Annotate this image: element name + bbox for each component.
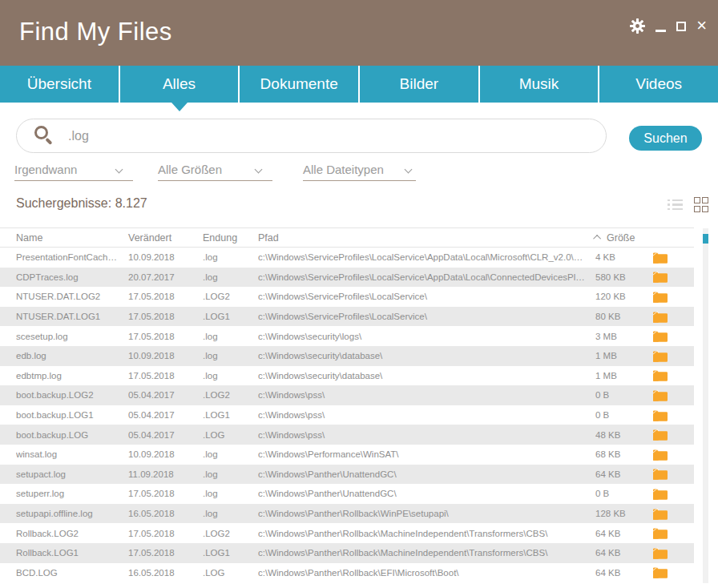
cell-modified: 17.05.2018 bbox=[128, 548, 203, 558]
cell-folder bbox=[653, 429, 685, 441]
column-header-endung[interactable]: Endung bbox=[203, 232, 258, 244]
open-folder-icon[interactable] bbox=[653, 252, 668, 264]
cell-name: winsat.log bbox=[16, 449, 128, 459]
open-folder-icon[interactable] bbox=[653, 468, 668, 480]
table-row[interactable]: edbtmp.log 17.05.2018 .log c:\Windows\se… bbox=[0, 366, 694, 386]
cell-name: boot.backup.LOG1 bbox=[16, 410, 128, 420]
table-row[interactable]: setupact.log 11.09.2018 .log c:\Windows\… bbox=[0, 465, 694, 485]
chevron-down-icon bbox=[405, 166, 413, 174]
cell-modified: 17.05.2018 bbox=[128, 332, 203, 341]
cell-modified: 10.09.2018 bbox=[128, 449, 203, 459]
table-row[interactable]: PresentationFontCache.exe.log 10.09.2018… bbox=[0, 248, 694, 268]
filter-dropdown-size[interactable]: Alle Größen bbox=[158, 162, 272, 181]
vertical-scrollbar-track[interactable] bbox=[703, 228, 708, 583]
list-view-icon[interactable] bbox=[668, 199, 683, 211]
open-folder-icon[interactable] bbox=[653, 311, 668, 323]
cell-name: setupapi.offline.log bbox=[16, 509, 128, 518]
settings-gear-icon[interactable] bbox=[630, 18, 645, 34]
filter-dropdown-time[interactable]: Irgendwann bbox=[14, 162, 133, 181]
open-folder-icon[interactable] bbox=[653, 429, 668, 441]
open-folder-icon[interactable] bbox=[653, 527, 668, 539]
chevron-down-icon bbox=[255, 166, 263, 174]
filter-label: Alle Größen bbox=[158, 163, 222, 176]
table-row[interactable]: BCD.LOG 16.05.2018 .LOG c:\Windows\Panth… bbox=[0, 563, 694, 583]
filter-dropdown-filetype[interactable]: Alle Dateitypen bbox=[303, 162, 416, 181]
table-row[interactable]: boot.backup.LOG1 05.04.2017 .LOG1 c:\Win… bbox=[0, 405, 694, 425]
column-header-name[interactable]: Name bbox=[16, 232, 128, 244]
cell-pfad: c:\Windows\Panther\Rollback\MachineIndep… bbox=[258, 548, 595, 558]
open-folder-icon[interactable] bbox=[653, 330, 668, 342]
cell-pfad: c:\Windows\Panther\Rollback\EFI\Microsof… bbox=[258, 568, 595, 578]
tab-bilder[interactable]: Bilder bbox=[358, 66, 478, 103]
cell-folder bbox=[653, 488, 685, 500]
table-row[interactable]: boot.backup.LOG 05.04.2017 .LOG c:\Windo… bbox=[0, 425, 694, 445]
close-button[interactable]: × bbox=[696, 18, 707, 34]
cell-endung: .log bbox=[203, 489, 258, 498]
table-row[interactable]: Rollback.LOG2 17.05.2018 .LOG2 c:\Window… bbox=[0, 523, 694, 543]
open-folder-icon[interactable] bbox=[653, 409, 668, 421]
vertical-scrollbar-thumb[interactable] bbox=[703, 234, 708, 244]
open-folder-icon[interactable] bbox=[653, 449, 668, 461]
cell-groesse: 64 KB bbox=[595, 529, 653, 538]
table-row[interactable]: edb.log 10.09.2018 .log c:\Windows\secur… bbox=[0, 346, 694, 366]
open-folder-icon[interactable] bbox=[653, 508, 668, 520]
open-folder-icon[interactable] bbox=[653, 369, 668, 381]
cell-endung: .LOG bbox=[203, 430, 258, 440]
tab-uebersicht[interactable]: Übersicht bbox=[0, 66, 119, 103]
table-row[interactable]: setuperr.log 17.05.2018 .log c:\Windows\… bbox=[0, 484, 694, 504]
tab-label: Videos bbox=[635, 75, 682, 93]
cell-folder bbox=[653, 271, 685, 283]
cell-folder bbox=[653, 468, 685, 480]
column-header-pfad[interactable]: Pfad bbox=[258, 232, 595, 244]
cell-pfad: c:\Windows\pss\ bbox=[258, 430, 595, 440]
cell-name: PresentationFontCache.exe.log bbox=[16, 252, 128, 262]
cell-name: Rollback.LOG1 bbox=[16, 548, 128, 558]
table-row[interactable]: NTUSER.DAT.LOG2 17.05.2018 .LOG2 c:\Wind… bbox=[0, 287, 694, 307]
cell-folder bbox=[653, 350, 685, 362]
cell-endung: .log bbox=[203, 509, 258, 518]
tab-alles[interactable]: Alles bbox=[119, 66, 239, 103]
table-row[interactable]: Rollback.LOG1 17.05.2018 .LOG1 c:\Window… bbox=[0, 543, 694, 563]
cell-folder bbox=[653, 330, 685, 342]
open-folder-icon[interactable] bbox=[653, 566, 668, 578]
search-input[interactable] bbox=[68, 129, 593, 143]
cell-pfad: c:\Windows\Panther\UnattendGC\ bbox=[258, 489, 595, 498]
cell-name: Rollback.LOG2 bbox=[16, 529, 128, 538]
search-button[interactable]: Suchen bbox=[629, 126, 702, 151]
open-folder-icon[interactable] bbox=[653, 350, 668, 362]
table-row[interactable]: winsat.log 10.09.2018 .log c:\Windows\Pe… bbox=[0, 445, 694, 465]
grid-view-icon[interactable] bbox=[694, 197, 709, 212]
cell-endung: .LOG1 bbox=[203, 548, 258, 558]
open-folder-icon[interactable] bbox=[653, 291, 668, 303]
open-folder-icon[interactable] bbox=[653, 547, 668, 559]
cell-pfad: c:\Windows\Panther\UnattendGC\ bbox=[258, 469, 595, 479]
minimize-button[interactable] bbox=[655, 20, 666, 32]
column-header-groesse[interactable]: Größe bbox=[595, 232, 653, 244]
search-box[interactable] bbox=[16, 119, 607, 153]
table-row[interactable]: scesetup.log 17.05.2018 .log c:\Windows\… bbox=[0, 326, 694, 346]
cell-folder bbox=[653, 369, 685, 381]
cell-endung: .log bbox=[203, 449, 258, 459]
open-folder-icon[interactable] bbox=[653, 488, 668, 500]
tab-videos[interactable]: Videos bbox=[598, 66, 718, 103]
cell-groesse: 0 B bbox=[595, 390, 653, 400]
window-controls: × bbox=[630, 16, 707, 35]
table-row[interactable]: CDPTraces.log 20.07.2017 .log c:\Windows… bbox=[0, 268, 694, 288]
cell-name: setuperr.log bbox=[16, 489, 128, 498]
tab-musik[interactable]: Musik bbox=[478, 66, 599, 103]
tab-dokumente[interactable]: Dokumente bbox=[238, 66, 358, 103]
open-folder-icon[interactable] bbox=[653, 271, 668, 283]
cell-groesse: 1 MB bbox=[595, 351, 653, 360]
cell-modified: 17.05.2018 bbox=[128, 489, 203, 498]
maximize-button[interactable] bbox=[676, 20, 686, 31]
table-row[interactable]: NTUSER.DAT.LOG1 17.05.2018 .LOG1 c:\Wind… bbox=[0, 307, 694, 327]
open-folder-icon[interactable] bbox=[653, 389, 668, 401]
table-row[interactable]: boot.backup.LOG2 05.04.2017 .LOG2 c:\Win… bbox=[0, 385, 694, 405]
cell-folder bbox=[653, 527, 685, 539]
tab-label: Alles bbox=[163, 75, 196, 93]
cell-name: scesetup.log bbox=[16, 332, 128, 341]
table-row[interactable]: setupapi.offline.log 16.05.2018 .log c:\… bbox=[0, 504, 694, 524]
results-label: Suchergebnisse: bbox=[16, 196, 111, 210]
cell-endung: .log bbox=[203, 469, 258, 479]
column-header-veraendert[interactable]: Verändert bbox=[128, 232, 203, 244]
